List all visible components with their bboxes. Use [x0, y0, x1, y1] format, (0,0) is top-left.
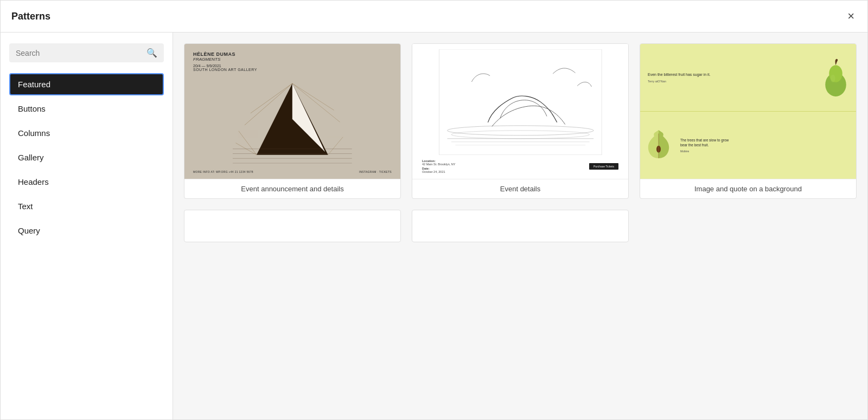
pattern-label-event-announcement: Event announcement and details	[184, 179, 400, 198]
pear-whole-icon	[821, 59, 851, 96]
sidebar-item-columns[interactable]: Columns	[9, 122, 164, 144]
quote-top: Even the bitterest fruit has sugar in it…	[640, 44, 856, 111]
patterns-content: HÉLÈNE DUMAS FRAGMENTS 20/4 — 9/9/2021 S…	[173, 33, 867, 419]
quote-bottom: The trees that are slow to grow bear the…	[640, 111, 856, 179]
sidebar: 🔍 Featured Buttons Columns Gallery Heade…	[1, 33, 173, 419]
quote-text-top: Even the bitterest fruit has sugar in it…	[648, 72, 848, 83]
modal-body: 🔍 Featured Buttons Columns Gallery Heade…	[1, 33, 867, 419]
ea-footer: MORE INFO AT: WP.ORG +44 21 1234 5678 IN…	[193, 170, 392, 173]
patterns-modal: Patterns × 🔍 Featured Buttons Columns Ga…	[0, 0, 868, 420]
pattern-card-event-details[interactable]: Location: 42 Main St. Brooklyn, NY Date:…	[412, 43, 629, 199]
ed-info: Location: 42 Main St. Brooklyn, NY Date:…	[419, 159, 622, 173]
sidebar-item-gallery[interactable]: Gallery	[9, 146, 164, 169]
preview-ea: HÉLÈNE DUMAS FRAGMENTS 20/4 — 9/9/2021 S…	[184, 44, 400, 179]
pattern-preview-event-announcement: HÉLÈNE DUMAS FRAGMENTS 20/4 — 9/9/2021 S…	[184, 44, 400, 179]
patterns-grid: HÉLÈNE DUMAS FRAGMENTS 20/4 — 9/9/2021 S…	[184, 43, 857, 242]
pattern-preview-event-details: Location: 42 Main St. Brooklyn, NY Date:…	[412, 44, 628, 179]
pear-half-icon	[646, 130, 672, 160]
search-input[interactable]	[16, 49, 146, 57]
search-box[interactable]: 🔍	[9, 43, 164, 62]
sidebar-item-headers[interactable]: Headers	[9, 171, 164, 193]
pattern-preview-image-quote: Even the bitterest fruit has sugar in it…	[640, 44, 856, 179]
pattern-label-event-details: Event details	[412, 179, 628, 198]
ed-purchase-button[interactable]: Purchase Tickets	[589, 163, 618, 170]
quote-text-bottom: The trees that are slow to grow bear the…	[680, 138, 758, 153]
ea-header: HÉLÈNE DUMAS FRAGMENTS 20/4 — 9/9/2021 S…	[193, 51, 392, 72]
modal-header: Patterns ×	[1, 1, 867, 33]
preview-ed: Location: 42 Main St. Brooklyn, NY Date:…	[412, 44, 628, 179]
pattern-card-partial-1[interactable]	[184, 210, 401, 242]
preview-quote: Even the bitterest fruit has sugar in it…	[640, 44, 856, 179]
pattern-card-event-announcement[interactable]: HÉLÈNE DUMAS FRAGMENTS 20/4 — 9/9/2021 S…	[184, 43, 401, 199]
sidebar-item-text[interactable]: Text	[9, 195, 164, 217]
close-button[interactable]: ×	[845, 8, 857, 24]
sidebar-item-query[interactable]: Query	[9, 219, 164, 242]
pattern-label-image-quote: Image and quote on a background	[640, 179, 856, 198]
svg-point-23	[831, 75, 835, 82]
pattern-card-partial-2[interactable]	[412, 210, 629, 242]
search-icon: 🔍	[146, 48, 157, 58]
svg-rect-15	[439, 49, 602, 155]
ed-sketch-svg	[429, 49, 612, 155]
ea-artwork-svg	[233, 72, 352, 167]
pattern-card-image-quote[interactable]: Even the bitterest fruit has sugar in it…	[640, 43, 857, 199]
modal-title: Patterns	[11, 11, 50, 22]
sidebar-item-featured[interactable]: Featured	[9, 73, 164, 95]
ed-location: Location: 42 Main St. Brooklyn, NY Date:…	[422, 159, 455, 173]
sidebar-item-buttons[interactable]: Buttons	[9, 98, 164, 120]
